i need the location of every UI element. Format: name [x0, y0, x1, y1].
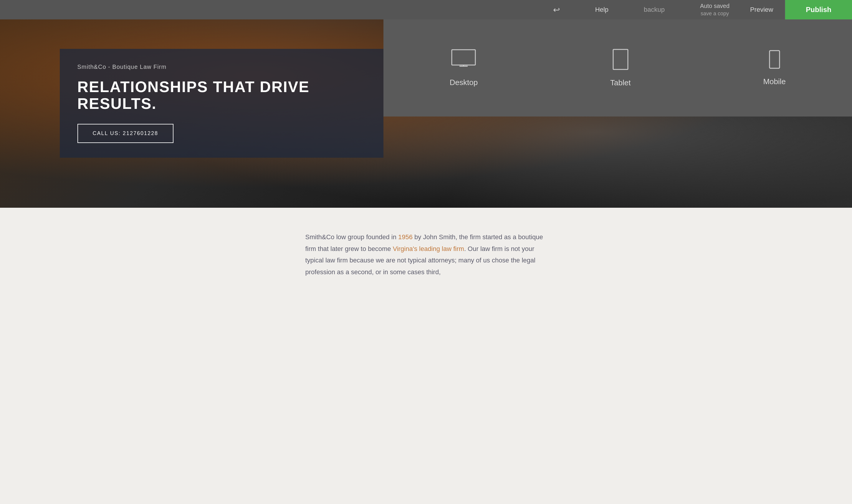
hero-overlay: Smith&Co - Boutique Law Firm RELATIONSHI…: [60, 49, 383, 158]
content-section: Smith&Co low group founded in 1956 by Jo…: [0, 208, 852, 325]
hero-title: RELATIONSHIPS THAT DRIVE RESULTS.: [77, 78, 366, 112]
svg-rect-4: [769, 51, 780, 68]
desktop-icon: [451, 49, 476, 71]
backup-button[interactable]: backup: [635, 6, 674, 14]
content-body-text: Smith&Co low group founded in 1956 by Jo…: [306, 231, 547, 278]
autosave-info: Auto saved save a copy: [691, 2, 738, 17]
help-label: Help: [595, 6, 608, 13]
tablet-icon: [612, 49, 628, 71]
preview-label: Preview: [750, 6, 773, 13]
desktop-label: Desktop: [450, 78, 478, 87]
toolbar-right: Preview Publish: [738, 0, 852, 19]
publish-label: Publish: [806, 5, 831, 14]
preview-panel: Desktop Tablet Mobile: [383, 19, 852, 116]
autosave-sub-text: save a copy: [700, 10, 730, 17]
toolbar: ↩ Help backup Auto saved save a copy Pre…: [0, 0, 852, 19]
toolbar-center: ↩ Help backup Auto saved save a copy: [544, 2, 738, 17]
hero-subtitle: Smith&Co - Boutique Law Firm: [77, 64, 366, 70]
help-button[interactable]: Help: [586, 6, 617, 14]
tablet-device-option[interactable]: Tablet: [610, 49, 630, 87]
hero-cta-button[interactable]: CALL US: 2127601228: [77, 124, 173, 143]
undo-button[interactable]: ↩: [544, 5, 569, 15]
preview-button[interactable]: Preview: [738, 0, 785, 19]
svg-rect-0: [452, 50, 475, 65]
mobile-device-option[interactable]: Mobile: [763, 50, 786, 86]
content-year-highlight: 1956: [398, 233, 413, 241]
mobile-icon: [769, 50, 780, 70]
content-inner: Smith&Co low group founded in 1956 by Jo…: [294, 231, 559, 278]
undo-icon: ↩: [553, 5, 560, 14]
backup-label: backup: [644, 6, 665, 13]
mobile-label: Mobile: [763, 77, 786, 86]
content-intro-highlight: Smith&Co low group founded in: [306, 233, 398, 241]
autosave-main-text: Auto saved: [700, 2, 730, 10]
publish-button[interactable]: Publish: [785, 0, 852, 19]
content-virginia-highlight: Virgina's leading law firm: [393, 245, 464, 252]
svg-rect-3: [613, 50, 628, 69]
desktop-device-option[interactable]: Desktop: [450, 49, 478, 87]
tablet-label: Tablet: [610, 78, 630, 87]
